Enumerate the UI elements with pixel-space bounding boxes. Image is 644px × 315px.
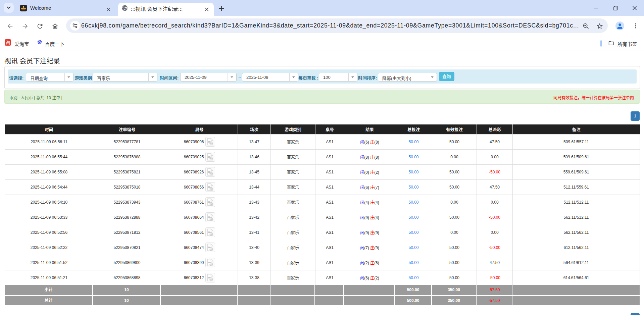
svg-text:du: du [39, 42, 41, 44]
svg-text:淘: 淘 [6, 39, 10, 46]
